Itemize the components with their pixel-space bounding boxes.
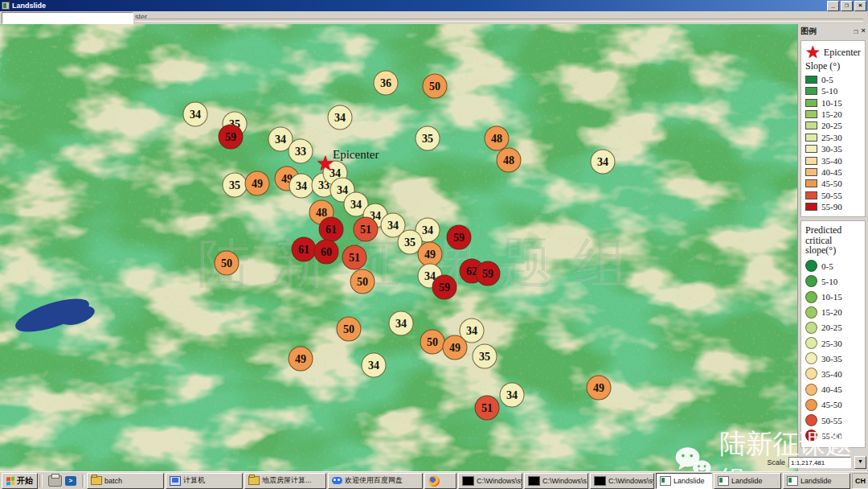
folder-icon: [248, 476, 260, 485]
language-indicator[interactable]: CH: [855, 477, 866, 485]
epicenter-legend-star-icon: ★: [805, 46, 821, 59]
legend-range-label: 30-35: [821, 144, 842, 154]
map-canvas[interactable]: 陆新征课题组 343559343433365035484834354949343…: [0, 24, 797, 471]
slope-marker: 34: [289, 174, 314, 199]
slope-marker: 34: [389, 311, 414, 336]
legend-range-label: 45-50: [821, 400, 842, 409]
title-bar: Landslide _ ❐ ×: [0, 0, 868, 11]
task-button--[interactable]: 计算机: [166, 473, 243, 489]
task-button-label: Landslide: [674, 477, 705, 485]
legend-item: 5-10: [805, 85, 862, 97]
legend-range-label: 15-20: [821, 307, 842, 317]
legend-item: 35-40: [805, 366, 862, 381]
legend-range-label: 20-25: [821, 121, 842, 130]
critical-legend-card: Predicted critical slope(°) 0-55-1010-15…: [800, 220, 866, 448]
slope-marker: 61: [319, 217, 344, 242]
legend-float-button[interactable]: ❐: [854, 27, 858, 36]
slope-marker: 35: [416, 126, 440, 151]
task-button-c-windows-sy-[interactable]: C:\Windows\sy...: [590, 473, 654, 489]
legend-range-label: 10-15: [821, 292, 842, 302]
task-button-batch[interactable]: batch: [87, 473, 164, 489]
legend-range-label: 15-20: [821, 109, 842, 119]
epicenter-legend-label: Epicenter: [824, 47, 861, 59]
task-button-c-windows-sy-[interactable]: C:\Windows\sy...: [458, 473, 522, 489]
task-button-label: Landslide: [800, 477, 832, 485]
legend-item: 45-50: [805, 178, 862, 189]
slope-marker: 50: [337, 317, 362, 342]
window-title: Landslide: [12, 2, 46, 10]
taskbar: 开始 > batch计算机地震房屋计算...欢迎使用百度网盘C:\Windows…: [0, 471, 868, 489]
legend-range-label: 0-5: [821, 261, 833, 271]
legend-swatch: [805, 203, 817, 211]
slope-marker: 50: [350, 269, 375, 294]
legend-item: 25-30: [805, 132, 862, 143]
legend-range-label: 45-50: [821, 179, 842, 188]
slope-marker: 36: [374, 71, 399, 96]
cmd-icon: [462, 476, 474, 486]
legend-item: 15-20: [805, 109, 862, 120]
slope-marker: 49: [245, 171, 270, 196]
legend-item: 50-55: [805, 190, 862, 201]
slope-marker: 34: [328, 105, 353, 130]
task-button-label: 计算机: [183, 475, 205, 486]
legend-close-button[interactable]: ×: [862, 27, 866, 35]
legend-item: 45-50: [805, 397, 862, 413]
cmd-icon: [594, 476, 606, 486]
toolbar-input[interactable]: [2, 12, 133, 24]
legend-item: 0-5: [805, 74, 862, 85]
restore-button[interactable]: ❐: [841, 1, 853, 11]
scale-value[interactable]: 1:1,217,481: [788, 457, 851, 468]
task-button-label: 地震房屋计算...: [262, 475, 312, 486]
task-button--[interactable]: 地震房屋计算...: [244, 473, 326, 489]
legend-swatch: [805, 121, 817, 129]
start-button[interactable]: 开始: [2, 473, 38, 489]
powershell-icon[interactable]: >: [65, 476, 76, 486]
toolbar: ster: [0, 11, 868, 25]
legend-range-label: 0-5: [821, 75, 833, 84]
slope-marker: 59: [219, 125, 244, 150]
slope-marker: 34: [183, 102, 208, 127]
quick-launch: >: [44, 475, 80, 487]
printer-icon[interactable]: [48, 475, 62, 487]
legend-swatch: [805, 191, 817, 199]
legend-item: 5-10: [805, 273, 862, 289]
task-button-landslide[interactable]: Landslide: [714, 473, 781, 489]
scale-dropdown-button[interactable]: ▼: [854, 456, 866, 469]
minimize-button[interactable]: _: [827, 1, 839, 11]
legend-swatch: [805, 352, 817, 364]
legend-item: 20-25: [805, 120, 862, 131]
task-buttons: batch计算机地震房屋计算...欢迎使用百度网盘C:\Windows\sy..…: [87, 473, 850, 489]
legend-swatch: [805, 168, 817, 176]
legend-item: 35-40: [805, 154, 862, 166]
task-button-landslide[interactable]: Landslide: [783, 473, 850, 489]
app-icon: [787, 476, 798, 486]
task-button-landslide[interactable]: Landslide: [656, 473, 712, 489]
slope-marker: 51: [342, 245, 367, 270]
slope-legend-card: ★ Epicenter Slope (°) 0-55-1010-1515-202…: [800, 40, 866, 217]
legend-swatch: [805, 337, 817, 349]
epicenter-label: Epicenter: [333, 148, 379, 162]
slope-marker: 34: [500, 383, 525, 408]
legend-item: 40-45: [805, 166, 862, 178]
slope-marker: 33: [289, 139, 313, 164]
close-button[interactable]: ×: [854, 1, 866, 11]
folder-icon: [91, 476, 102, 485]
legend-range-label: 55-90: [821, 202, 842, 212]
task-button-c-windows-s-[interactable]: C:\Windows\s...: [524, 473, 588, 489]
slope-marker: 59: [432, 275, 457, 300]
task-button-firefox[interactable]: [424, 473, 457, 489]
app-icon: [660, 476, 671, 486]
legend-swatch: [805, 368, 817, 380]
scale-widget: Scale 1:1,217,481 ▼: [767, 456, 866, 469]
legend-swatch: [805, 275, 817, 287]
legend-panel: 图例 ❐ × ★ Epicenter Slope (°) 0-55-1010-1…: [797, 24, 868, 471]
slope-marker: 50: [215, 251, 240, 276]
slope-marker: 59: [447, 225, 472, 250]
slope-marker: 35: [473, 344, 497, 369]
task-button--[interactable]: 欢迎使用百度网盘: [328, 473, 423, 489]
critical-legend-heading: Predicted critical slope(°): [805, 225, 862, 256]
legend-item: 25-30: [805, 335, 862, 351]
task-button-label: 欢迎使用百度网盘: [345, 475, 403, 486]
scale-label: Scale: [767, 458, 785, 466]
legend-range-label: 40-45: [821, 384, 842, 394]
